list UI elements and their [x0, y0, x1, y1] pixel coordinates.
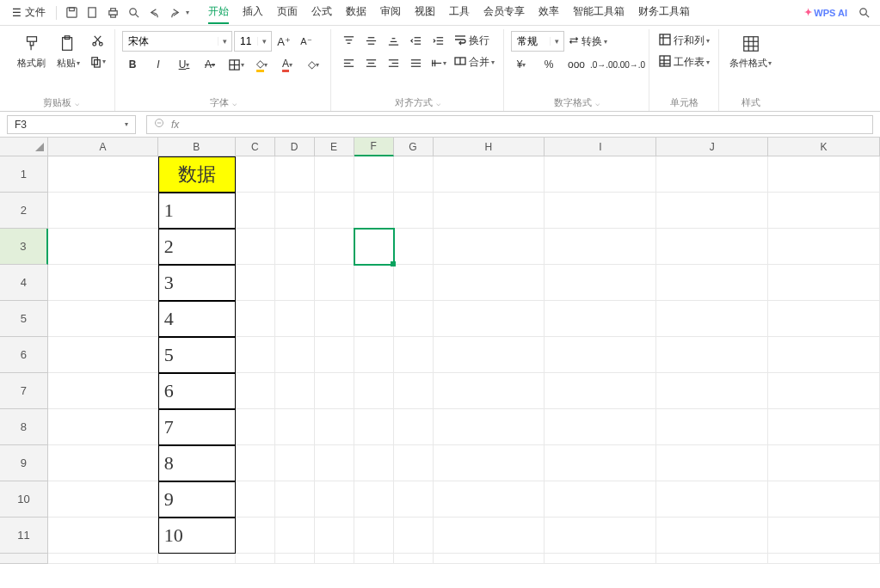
- cell-I3[interactable]: [545, 229, 656, 265]
- font-name-select[interactable]: ▾: [122, 31, 232, 52]
- cell-F5[interactable]: [354, 301, 394, 337]
- save-icon[interactable]: [62, 3, 81, 22]
- cell-C3[interactable]: [236, 229, 275, 265]
- cell-D4[interactable]: [275, 265, 315, 301]
- cell-G3[interactable]: [394, 229, 434, 265]
- chevron-down-icon[interactable]: ▾: [125, 120, 128, 128]
- cell-H5[interactable]: [434, 301, 545, 337]
- cancel-icon[interactable]: [154, 118, 164, 131]
- row-header-12[interactable]: [0, 554, 48, 564]
- dialog-launcher-icon[interactable]: ⌵: [75, 99, 79, 107]
- cell-B5[interactable]: 4: [158, 301, 236, 337]
- col-header-D[interactable]: D: [275, 138, 315, 156]
- percent-button[interactable]: %: [538, 55, 559, 74]
- tab-formula[interactable]: 公式: [311, 1, 332, 24]
- dialog-launcher-icon[interactable]: ⌵: [232, 99, 237, 107]
- cell-J4[interactable]: [656, 265, 768, 301]
- cell-B3[interactable]: 2: [158, 229, 236, 265]
- cell-G5[interactable]: [394, 301, 434, 337]
- cell-F2[interactable]: [354, 193, 394, 229]
- cell-G10[interactable]: [394, 481, 434, 518]
- cell-J12[interactable]: [656, 554, 768, 564]
- cell-H3[interactable]: [434, 229, 545, 265]
- cell-J5[interactable]: [656, 301, 768, 337]
- cell-K7[interactable]: [768, 373, 880, 409]
- cell-C4[interactable]: [236, 265, 275, 301]
- name-box[interactable]: F3 ▾: [7, 115, 136, 134]
- tab-finance-tools[interactable]: 财务工具箱: [638, 1, 690, 24]
- cell-G8[interactable]: [394, 409, 434, 445]
- increase-decimal-button[interactable]: .0→.00: [594, 55, 614, 74]
- cell-F1[interactable]: [354, 156, 394, 193]
- cell-H12[interactable]: [434, 554, 545, 564]
- font-color-button[interactable]: A▾: [277, 55, 298, 74]
- cell-C5[interactable]: [236, 301, 275, 337]
- cell-J8[interactable]: [656, 409, 768, 445]
- font-name-input[interactable]: [123, 35, 218, 47]
- cell-E12[interactable]: [315, 554, 354, 564]
- cell-F4[interactable]: [354, 265, 394, 301]
- cell-A3[interactable]: [48, 229, 158, 265]
- cell-C8[interactable]: [236, 409, 275, 445]
- cell-E4[interactable]: [315, 265, 354, 301]
- cell-D7[interactable]: [275, 373, 315, 409]
- cell-D6[interactable]: [275, 337, 315, 373]
- cell-B8[interactable]: 7: [158, 409, 236, 445]
- number-format-input[interactable]: [512, 35, 550, 47]
- cell-F12[interactable]: [354, 554, 394, 564]
- fx-icon[interactable]: fx: [171, 119, 179, 131]
- cell-I8[interactable]: [545, 409, 656, 445]
- cell-G9[interactable]: [394, 445, 434, 481]
- cell-K8[interactable]: [768, 409, 880, 445]
- align-right-button[interactable]: [383, 53, 403, 72]
- cell-B12[interactable]: [158, 554, 236, 564]
- tab-efficiency[interactable]: 效率: [538, 1, 559, 24]
- cell-A9[interactable]: [48, 445, 158, 481]
- align-center-button[interactable]: [360, 53, 381, 72]
- align-middle-button[interactable]: [360, 31, 381, 50]
- decrease-font-button[interactable]: A⁻: [296, 32, 317, 51]
- row-header-9[interactable]: 9: [0, 445, 48, 481]
- cell-F8[interactable]: [354, 409, 394, 445]
- cell-C7[interactable]: [236, 373, 275, 409]
- cell-K4[interactable]: [768, 265, 880, 301]
- cell-J11[interactable]: [656, 518, 768, 554]
- align-left-button[interactable]: [338, 53, 359, 72]
- cell-A2[interactable]: [48, 193, 158, 229]
- cell-I4[interactable]: [545, 265, 656, 301]
- decrease-decimal-button[interactable]: .00→.0: [621, 55, 642, 74]
- cell-H2[interactable]: [434, 193, 545, 229]
- row-header-1[interactable]: 1: [0, 156, 48, 193]
- cell-I1[interactable]: [545, 156, 656, 193]
- cell-K3[interactable]: [768, 229, 880, 265]
- cell-D3[interactable]: [275, 229, 315, 265]
- cell-B2[interactable]: 1: [158, 193, 236, 229]
- col-header-E[interactable]: E: [315, 138, 354, 156]
- row-header-7[interactable]: 7: [0, 373, 48, 409]
- comma-button[interactable]: ооо: [566, 55, 587, 74]
- row-header-3[interactable]: 3: [0, 229, 48, 265]
- cell-K12[interactable]: [768, 554, 880, 564]
- row-header-6[interactable]: 6: [0, 337, 48, 373]
- justify-button[interactable]: [405, 53, 426, 72]
- cell-J2[interactable]: [656, 193, 768, 229]
- cell-G2[interactable]: [394, 193, 434, 229]
- tab-insert[interactable]: 插入: [243, 1, 263, 24]
- cell-A6[interactable]: [48, 337, 158, 373]
- preview-icon[interactable]: [124, 3, 143, 22]
- cell-B9[interactable]: 8: [158, 445, 236, 481]
- cell-B1[interactable]: 数据: [158, 156, 236, 193]
- col-header-H[interactable]: H: [434, 138, 545, 156]
- cell-G6[interactable]: [394, 337, 434, 373]
- cell-C11[interactable]: [236, 518, 275, 554]
- cell-E10[interactable]: [315, 481, 354, 518]
- cell-G11[interactable]: [394, 518, 434, 554]
- cell-C1[interactable]: [236, 156, 275, 193]
- chevron-down-icon[interactable]: ▾: [218, 37, 231, 46]
- tab-start[interactable]: 开始: [208, 1, 229, 24]
- search-icon[interactable]: [854, 3, 873, 22]
- col-header-J[interactable]: J: [656, 138, 768, 156]
- col-header-F[interactable]: F: [354, 138, 394, 156]
- cell-D5[interactable]: [275, 301, 315, 337]
- row-header-5[interactable]: 5: [0, 301, 48, 337]
